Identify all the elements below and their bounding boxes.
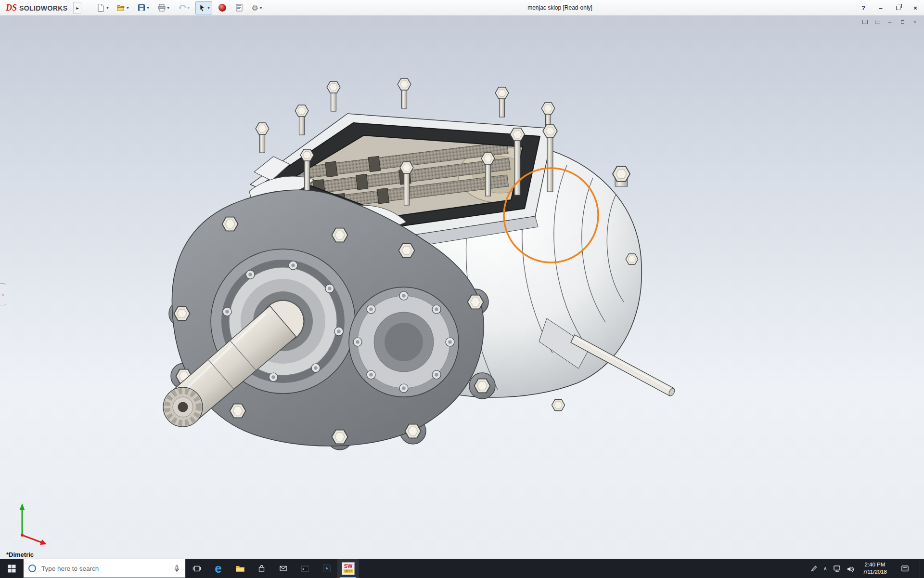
task-view-button[interactable] [186,559,207,578]
mail-icon [279,565,287,572]
solidworks-app-button[interactable]: SW 2017 [337,559,359,578]
select-tool-button[interactable]: ▾ [195,1,212,14]
task-view-icon [192,565,201,573]
side-cover[interactable] [349,287,459,397]
title-bar: DS SOLIDWORKS ▸ ▾ ▾ ▾ [0,0,924,16]
action-center-icon [901,565,909,572]
doc-minimize-button[interactable]: – [886,18,894,26]
cortana-icon [28,565,36,572]
system-tray: ∧ 2:40 PM 7/11/2018 [810,559,924,578]
horizontal-pane-icon [875,20,880,24]
file-explorer-button[interactable] [229,559,251,578]
new-document-icon [96,3,105,12]
split-pane-icon [862,20,868,24]
dropdown-icon: ▾ [147,6,149,10]
network-icon [833,565,841,572]
doc-close-button[interactable]: × [911,18,919,26]
minimize-icon: – [879,4,882,12]
options-button[interactable]: ⚙ ▾ [249,1,264,14]
flyout-arrow-icon: ▸ [76,5,78,11]
taskbar-clock[interactable]: 2:40 PM 7/11/2018 [860,561,890,576]
doc-close-icon: × [913,19,916,25]
ds-logo-text: DS [6,3,17,13]
console-button[interactable] [294,559,316,578]
collapse-arrow-icon: ‹ [2,291,4,297]
orientation-triad [20,503,47,545]
edge-button[interactable]: e [207,559,229,578]
volume-tray-button[interactable] [847,565,854,572]
document-properties-button[interactable] [232,1,246,14]
tray-overflow-button[interactable]: ∧ [823,565,827,572]
network-tray-button[interactable] [833,565,841,572]
store-button[interactable] [251,559,272,578]
show-desktop-button[interactable] [920,559,923,578]
save-button[interactable]: ▾ [135,1,152,14]
gearbox-model-view[interactable] [0,16,924,559]
brand-name-text: SOLIDWORKS [19,4,67,12]
close-icon: × [913,4,917,12]
view-orientation-label: *Dimetric [6,551,34,558]
doc-pane-button-2[interactable] [873,18,882,26]
action-center-button[interactable] [896,559,914,578]
sw-year-badge: 2017 [344,569,353,573]
restore-icon [896,6,900,10]
panel-collapse-tab[interactable]: ‹ [0,283,6,305]
clock-date: 7/11/2018 [863,568,887,576]
doc-minimize-icon: – [888,19,891,25]
doc-restore-button[interactable] [898,18,907,26]
chevron-up-icon: ∧ [823,565,827,572]
open-folder-icon [116,3,125,12]
restore-button[interactable] [889,0,907,15]
quick-access-toolbar: ▾ ▾ ▾ ▾ [94,1,264,14]
store-icon [257,565,266,572]
sw-letters: SW [344,564,353,569]
graphics-area[interactable]: – × [0,16,924,559]
dropdown-icon: ▾ [106,6,108,10]
undo-icon [178,3,186,12]
dropdown-icon: ▾ [208,6,210,10]
menu-flyout-button[interactable]: ▸ [73,2,81,13]
search-input[interactable] [40,565,169,573]
microphone-icon[interactable] [173,565,180,572]
window-title: menjac sklop [Read-only] [527,4,592,11]
new-document-button[interactable]: ▾ [94,1,111,14]
doc-restore-icon [901,20,904,24]
file-explorer-icon [235,565,245,573]
solidworks-logo: DS SOLIDWORKS [0,3,71,13]
open-button[interactable]: ▾ [114,1,131,14]
help-icon: ? [861,4,865,12]
solidworks-app-icon: SW 2017 [342,562,355,575]
minimize-button[interactable]: – [872,0,889,15]
window-controls: ? – × [855,0,924,15]
select-arrow-icon [198,3,206,12]
dropdown-icon: ▾ [127,6,128,10]
windows-taskbar: e SW 2017 [0,559,924,578]
pen-tray-button[interactable] [810,565,818,572]
undo-button[interactable]: ▾ [175,1,192,14]
media-app-icon [322,564,331,573]
save-icon [137,3,146,12]
document-window-controls: – × [860,18,919,26]
doc-pane-button-1[interactable] [860,18,869,26]
pen-icon [810,565,818,572]
edge-icon: e [215,562,221,575]
clock-time: 2:40 PM [863,561,887,568]
windows-logo-icon [8,565,16,573]
taskbar-search[interactable] [23,559,186,578]
document-properties-icon [235,3,244,12]
dropdown-icon: ▾ [188,6,190,10]
volume-icon [847,565,854,572]
dropdown-icon: ▾ [167,6,169,10]
dropdown-icon: ▾ [260,6,262,10]
help-button[interactable]: ? [855,0,872,15]
appearance-sphere-icon [218,3,227,12]
console-icon [301,565,309,573]
media-app-button[interactable] [316,559,337,578]
appearance-button[interactable] [216,1,229,14]
gear-icon: ⚙ [252,3,258,13]
close-button[interactable]: × [907,0,924,15]
mail-button[interactable] [272,559,294,578]
print-icon [157,3,166,12]
start-button[interactable] [0,559,23,578]
print-button[interactable]: ▾ [155,1,172,14]
